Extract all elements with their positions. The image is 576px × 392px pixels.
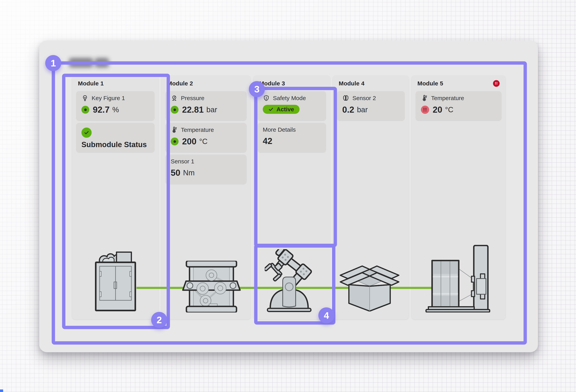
pressure-card[interactable]: Pressure 22.81 bar	[165, 91, 247, 121]
annotation-badge-2: 2	[151, 312, 167, 328]
sensor-2-card[interactable]: Sensor 2 0.2 bar	[337, 91, 405, 121]
card-unit: Nm	[183, 169, 195, 177]
more-details-card[interactable]: More Details 42	[257, 123, 326, 153]
card-label: Key Figure 1	[92, 95, 125, 101]
corner-marker	[0, 390, 3, 392]
card-unit: bar	[357, 106, 368, 114]
check-icon	[268, 107, 274, 112]
card-label: Safety Mode	[273, 95, 306, 101]
redacted-title-blur	[69, 59, 93, 67]
robot-arm-illustration[interactable]	[265, 249, 314, 312]
card-unit: bar	[206, 106, 217, 114]
card-unit: °C	[445, 106, 453, 114]
card-value: 50	[171, 168, 180, 178]
card-value: 200	[182, 137, 196, 146]
temperature-card[interactable]: Temperature 200 °C	[165, 123, 247, 153]
card-value: 42	[263, 136, 272, 146]
status-pill-label: Active	[276, 106, 294, 113]
gauge-icon	[171, 95, 178, 102]
redacted-title-blur	[95, 59, 108, 67]
card-label: Submodule Status	[82, 141, 149, 149]
card-value: 20	[433, 105, 442, 115]
module-title: Module 5	[417, 80, 443, 87]
open-box-illustration[interactable]	[340, 265, 399, 311]
module-title: Module 4	[339, 80, 365, 87]
card-label: Temperature	[431, 95, 464, 101]
thermometer-icon	[171, 126, 178, 133]
shield-icon	[263, 95, 270, 102]
card-label: Sensor 2	[352, 95, 376, 101]
annotation-badge-1: 1	[45, 55, 61, 71]
card-label: More Details	[263, 126, 296, 133]
card-label: Sensor 1	[171, 158, 194, 165]
palletizer-illustration[interactable]	[425, 245, 490, 312]
brain-icon	[342, 95, 349, 102]
thermometer-icon	[421, 95, 428, 102]
alert-icon: !!	[421, 106, 429, 114]
module-title: Module 2	[167, 80, 193, 87]
card-label: Pressure	[181, 95, 204, 101]
card-value: 92.7	[93, 105, 110, 115]
roller-machine-illustration[interactable]	[182, 261, 241, 312]
sensor-1-card[interactable]: Sensor 1 50 Nm	[165, 154, 247, 184]
status-ok-dot	[171, 106, 178, 114]
check-circle-icon	[82, 127, 92, 138]
annotation-badge-3: 3	[249, 81, 265, 97]
safety-mode-card[interactable]: Safety Mode Active	[257, 91, 326, 121]
card-label: Temperature	[181, 126, 214, 133]
status-pill: Active	[263, 105, 300, 114]
key-figure-card[interactable]: Key Figure 1 92.7 %	[76, 91, 155, 121]
card-value: 0.2	[342, 105, 354, 115]
electrical-cabinet-illustration[interactable]	[95, 251, 136, 311]
card-value: 22.81	[182, 105, 204, 115]
card-unit: °C	[199, 137, 207, 146]
lightbulb-icon	[82, 95, 88, 102]
status-ok-dot	[82, 106, 89, 114]
status-ok-dot	[171, 138, 178, 145]
module-title: Module 1	[78, 80, 104, 87]
temperature-card[interactable]: Temperature !! 20 °C	[415, 91, 502, 121]
module-alert-icon: !!	[493, 80, 500, 87]
annotation-badge-4: 4	[318, 307, 334, 323]
card-unit: %	[112, 106, 119, 114]
submodule-status-card[interactable]: Submodule Status	[76, 123, 155, 153]
